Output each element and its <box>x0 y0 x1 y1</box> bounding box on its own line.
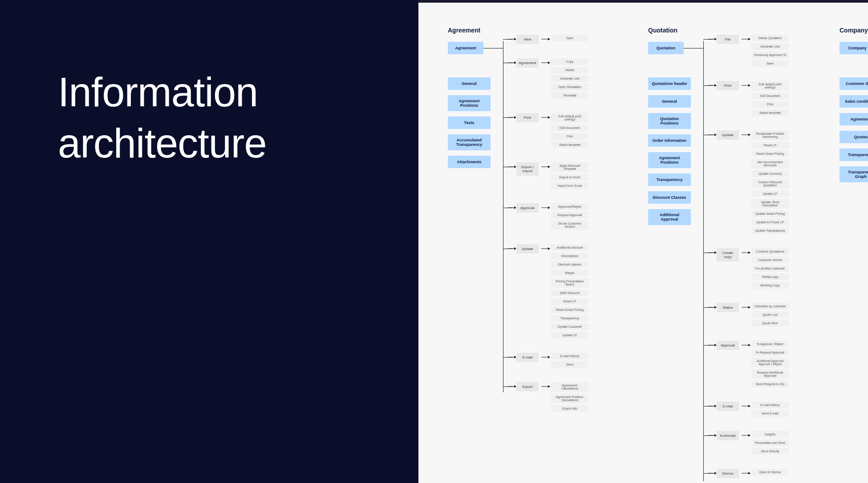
quotation-leaf: Update to Future LP <box>751 219 789 225</box>
quotation-leaf: Send E-mail <box>751 410 789 417</box>
quotation-side-item: General <box>648 95 691 108</box>
quotation-leaf-list: Recalculate Position NumberingReset LPRe… <box>751 130 789 234</box>
agreement-branch-label: Approval <box>516 203 539 213</box>
agreement-leaf: Agreement: Calculations <box>551 382 588 392</box>
quotation-leaf: Reset LP <box>751 142 789 149</box>
agreement-branch: UpdateAdditional discountDescriptionsDis… <box>503 244 588 338</box>
quotation-leaf: Personalise and Send <box>751 439 789 446</box>
quotation-branch: E-mailE-mail HistorySend E-mail <box>703 402 789 417</box>
quotation-side-item: Transparency <box>648 173 691 186</box>
quotation-leaf-list: Cancelled by customerQuote LostQuote Won <box>751 303 789 326</box>
agreement-leaf-list: Edit default print settingsEdit Document… <box>551 113 588 148</box>
agreement-branch: Export / ImportApply Discount TemplateEx… <box>503 162 588 189</box>
quotation-leaf: For another customer <box>751 265 789 272</box>
quotation-leaf: % Approve / Reject <box>751 341 789 347</box>
quotation-leaf-list: E-mail HistorySend E-mail <box>751 402 789 417</box>
agreement-leaf-list: Save <box>551 35 588 41</box>
quotation-branch: KomscriptInsightsPersonalise and SendSen… <box>703 431 789 455</box>
agreement-branch-label: Print <box>516 113 539 122</box>
agreement-leaf: Apply Discount Template <box>551 162 588 172</box>
quotation-leaf: Print <box>751 101 789 108</box>
arrow-icon <box>741 134 750 135</box>
arrow-icon <box>707 435 717 436</box>
arrow-icon <box>741 406 750 407</box>
arrow-icon <box>741 307 750 308</box>
agreement-leaf: Delete <box>551 67 588 73</box>
agreement-leaf: Open Simulation <box>551 84 588 90</box>
quotation-leaf-list: Open in Demos <box>751 469 789 475</box>
agreement-leaf: Print <box>551 133 588 140</box>
quotation-side-list: Quotations headerGeneralQuotation Positi… <box>648 77 691 225</box>
agreement-branch: E-mailE-mail HistorySend <box>503 353 588 368</box>
agreement-branch: ExportAgreement: CalculationsAgreement P… <box>503 382 588 412</box>
agreement-branch: ApprovalApproved/RejectRequest ApprovalS… <box>503 203 588 230</box>
agreement-side-list: GeneralAgreement PositionsTextsAccumulat… <box>448 77 491 168</box>
quotation-leaf: Cancelled by customer <box>751 303 789 310</box>
quotation-leaf: Working Copy <box>751 282 789 289</box>
quotation-leaf: Save <box>751 60 789 67</box>
agreement-leaf: Margin <box>551 270 588 276</box>
arrow-icon <box>540 62 550 63</box>
agreement-leaf: Additional discount <box>551 244 588 251</box>
quotation-heading: Quotation <box>648 27 691 34</box>
arrow-icon <box>707 307 717 308</box>
company-side-item: Sales conditions <box>840 95 868 108</box>
agreement-branch-label: Agreement <box>516 58 539 68</box>
quotation-leaf: Open in Demos <box>751 469 789 475</box>
quotation-branch-label: Demos <box>717 469 739 478</box>
agreement-root: Agreement <box>448 42 483 54</box>
agreement-side-item: Accumulated Transparency <box>448 134 491 150</box>
quotation-leaf: Send Request to HQ <box>751 381 789 387</box>
arrow-icon <box>741 252 750 253</box>
connector <box>483 48 503 48</box>
agreement-leaf: QMS Discount <box>551 290 588 296</box>
quotation-side-item: Additional Approval <box>648 209 691 225</box>
diagram-panel: Agreement Agreement GeneralAgreement Pos… <box>418 0 868 483</box>
agreement-branch-label: Export <box>516 382 539 391</box>
arrow-icon <box>741 473 750 474</box>
agreement-leaf: Agreement Position: Calculations <box>551 394 588 403</box>
quotation-section: Quotation Quotation Quotations headerGen… <box>648 27 691 225</box>
quotation-branches: FileDelete QuotationGenerate LinkPreviou… <box>703 35 789 483</box>
quotation-leaf: E-mail History <box>751 402 789 408</box>
agreement-leaf: Terminate <box>551 92 588 99</box>
agreement-leaf-list: E-mail HistorySend <box>551 353 588 368</box>
company-root: Company <box>840 42 868 54</box>
arrow-icon <box>507 62 516 63</box>
page-title: Information architecture <box>58 67 418 169</box>
agreement-leaf: Select template <box>551 141 588 148</box>
quotation-leaf: Quote Lost <box>751 311 789 318</box>
quotation-side-item: Quotations header <box>648 77 691 90</box>
quotation-leaf-list: InsightsPersonalise and SendSend Directl… <box>751 431 789 455</box>
arrow-icon <box>540 39 550 40</box>
arrow-icon <box>507 39 516 40</box>
quotation-leaf: Send Directly <box>751 448 789 455</box>
quotation-leaf: Select template <box>751 109 789 116</box>
agreement-branch: PrintEdit default print settingsEdit Doc… <box>503 113 588 148</box>
quotation-branch: StatusCancelled by customerQuote LostQuo… <box>703 303 789 326</box>
arrow-icon <box>741 345 750 346</box>
agreement-leaf: Import from Excel <box>551 182 588 189</box>
arrow-icon <box>507 207 516 208</box>
quotation-branch: PrintEdit default print settingsEdit Doc… <box>703 81 789 116</box>
agreement-leaf: Export Info <box>551 405 588 412</box>
agreement-leaf: Edit default print settings <box>551 113 588 123</box>
arrow-icon <box>707 473 717 474</box>
quotation-side-item: Discount Classes <box>648 191 691 204</box>
quotation-side-item: Quotation Positions <box>648 113 691 129</box>
quotation-branch: Approval% Approve / Reject% Request Appr… <box>703 341 789 387</box>
agreement-leaf-list: Agreement: CalculationsAgreement Positio… <box>551 382 588 412</box>
quotation-side-item: Order Information <box>648 134 691 147</box>
agreement-leaf: Approved/Reject <box>551 203 588 210</box>
arrow-icon <box>741 435 750 436</box>
arrow-icon <box>507 117 516 118</box>
agreement-leaf: Discount classes <box>551 261 588 268</box>
quotation-root: Quotation <box>648 42 684 54</box>
quotation-leaf: Previously Approved % <box>751 52 789 58</box>
agreement-branches: ViewSaveAgreementCopyDeleteGenerate Link… <box>503 35 588 426</box>
quotation-leaf: Delete Quotation <box>751 35 789 41</box>
agreement-heading: Agreement <box>448 27 491 34</box>
arrow-icon <box>540 386 550 387</box>
agreement-branch: AgreementCopyDeleteGenerate LinkOpen Sim… <box>503 58 588 99</box>
arrow-icon <box>540 248 550 249</box>
